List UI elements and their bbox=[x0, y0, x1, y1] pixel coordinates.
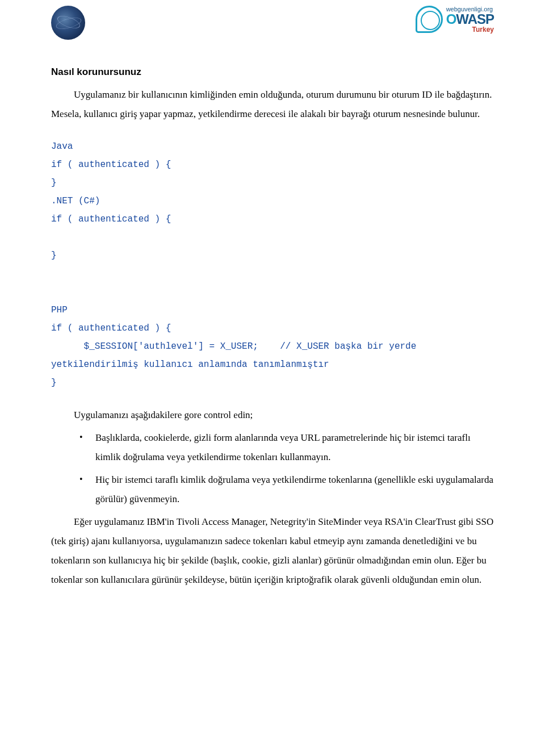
closing-paragraph: Eğer uygulamanız IBM'in Tivoli Access Ma… bbox=[51, 512, 494, 590]
owasp-sub: Turkey bbox=[446, 26, 494, 33]
document-body: Nasıl korunursunuz Uygulamanız bir kulla… bbox=[51, 62, 494, 590]
check-intro: Uygulamanızı aşağıdakilere gore control … bbox=[51, 406, 494, 425]
bullet-list: Başlıklarda, cookielerde, gizli form ala… bbox=[79, 428, 494, 509]
code-block: Java if ( authenticated ) { } .NET (C#) … bbox=[51, 137, 494, 392]
intro-paragraph: Uygulamanız bir kullanıcının kimliğinden… bbox=[51, 85, 494, 124]
page-header: webguvenligi.org OWASP Turkey bbox=[51, 6, 494, 45]
owasp-text-block: webguvenligi.org OWASP Turkey bbox=[446, 6, 494, 33]
globe-logo-icon bbox=[51, 6, 85, 40]
list-item: Hiç bir istemci taraflı kimlik doğrulama… bbox=[79, 470, 494, 509]
list-item: Başlıklarda, cookielerde, gizli form ala… bbox=[79, 428, 494, 467]
owasp-name: OWASP bbox=[446, 12, 494, 26]
owasp-logo: webguvenligi.org OWASP Turkey bbox=[416, 6, 494, 33]
owasp-badge-icon bbox=[416, 6, 443, 33]
section-heading: Nasıl korunursunuz bbox=[51, 62, 494, 82]
